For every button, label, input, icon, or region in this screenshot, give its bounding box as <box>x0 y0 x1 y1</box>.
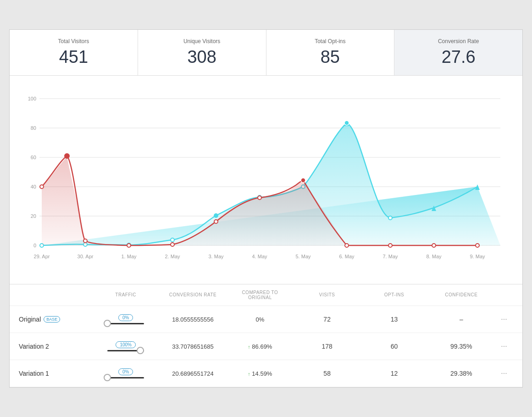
svg-text:3. May: 3. May <box>208 254 224 259</box>
svg-point-41 <box>214 220 218 223</box>
total-optins-card: Total Opt-ins 85 <box>266 30 395 75</box>
row-traffic-variation2: 100% <box>92 341 159 351</box>
svg-text:9. May: 9. May <box>470 254 485 259</box>
svg-text:1. May: 1. May <box>121 254 137 259</box>
slider-track-variation2[interactable] <box>107 350 144 351</box>
row-actions-variation1[interactable]: ··· <box>495 369 513 378</box>
th-name <box>19 290 92 300</box>
badge-base: BASE <box>44 316 60 322</box>
svg-text:60: 60 <box>31 155 36 160</box>
svg-text:80: 80 <box>31 125 36 131</box>
slider-track-variation1[interactable] <box>107 377 144 378</box>
svg-point-28 <box>214 214 218 217</box>
total-visitors-label: Total Visitors <box>19 38 128 44</box>
th-compared: COMPARED TOORIGINAL <box>227 290 294 300</box>
table-headers: TRAFFIC CONVERSION RATE COMPARED TOORIGI… <box>10 284 522 306</box>
svg-point-27 <box>171 238 174 242</box>
row-label-variation2: Variation 2 <box>19 343 49 350</box>
svg-text:8. May: 8. May <box>426 254 442 259</box>
row-optins-variation2: 60 <box>360 343 427 350</box>
total-optins-label: Total Opt-ins <box>276 38 385 44</box>
th-traffic: TRAFFIC <box>92 290 159 300</box>
th-confidence: CONFIDENCE <box>428 290 495 300</box>
row-conversion-variation1: 20.6896551724 <box>159 370 226 377</box>
row-visits-variation2: 178 <box>294 343 360 350</box>
row-name-original: Original BASE <box>19 316 92 323</box>
th-conversion-rate: CONVERSION RATE <box>159 290 226 300</box>
row-traffic-variation1: 0% <box>92 368 159 378</box>
row-traffic-original: 0% <box>92 314 159 324</box>
row-actions-variation2[interactable]: ··· <box>495 342 513 350</box>
row-optins-variation1: 12 <box>360 370 427 377</box>
row-label-variation1: Variation 1 <box>19 370 49 377</box>
total-visitors-value: 451 <box>19 47 128 67</box>
svg-text:29. Apr: 29. Apr <box>34 254 50 259</box>
conversion-rate-label: Conversion Rate <box>404 38 513 44</box>
svg-point-42 <box>258 196 261 200</box>
unique-visitors-card: Unique Visitors 308 <box>138 30 266 75</box>
svg-text:30. Apr: 30. Apr <box>78 254 94 259</box>
svg-text:5. May: 5. May <box>295 254 311 259</box>
row-compared-original: 0% <box>227 316 294 323</box>
traffic-pct-variation2: 100% <box>116 341 136 348</box>
conversion-rate-card: Conversion Rate 27.6 <box>394 30 522 75</box>
row-confidence-original: – <box>428 316 495 323</box>
svg-point-47 <box>476 244 479 247</box>
svg-point-36 <box>40 185 44 189</box>
slider-thumb-variation2[interactable] <box>137 347 144 354</box>
table-row: Variation 1 0% 20.6896551724 ↑ 14.59% 58… <box>10 360 522 387</box>
svg-point-44 <box>345 244 349 247</box>
svg-point-37 <box>65 154 69 158</box>
total-optins-value: 85 <box>276 47 385 67</box>
conversion-rate-value: 27.6 <box>404 47 513 67</box>
dashboard: Total Visitors 451 Unique Visitors 308 T… <box>9 29 523 388</box>
svg-point-46 <box>432 244 436 247</box>
row-conversion-original: 18.0555555556 <box>159 316 226 323</box>
row-confidence-variation2: 99.35% <box>428 343 495 350</box>
th-actions <box>495 290 513 300</box>
slider-thumb-variation1[interactable] <box>104 374 111 381</box>
svg-text:100: 100 <box>28 96 36 101</box>
arrow-up-icon: ↑ <box>248 371 250 377</box>
svg-text:0: 0 <box>33 243 36 248</box>
svg-point-33 <box>388 216 392 220</box>
arrow-up-icon: ↑ <box>248 344 250 350</box>
svg-text:6. May: 6. May <box>339 254 355 259</box>
svg-point-45 <box>388 244 392 247</box>
table-row: Variation 2 100% 33.7078651685 ↑ 86.69% … <box>10 333 522 360</box>
slider-thumb-original[interactable] <box>104 320 111 327</box>
row-conversion-variation2: 33.7078651685 <box>159 343 226 350</box>
svg-point-43 <box>301 178 305 183</box>
svg-text:2. May: 2. May <box>165 254 180 259</box>
row-label-original: Original <box>19 316 41 323</box>
row-confidence-variation1: 29.38% <box>428 370 495 377</box>
row-name-variation1: Variation 1 <box>19 370 92 377</box>
chart-area: Conversion Rate 100 80 60 40 20 0 29. Ap… <box>10 76 522 284</box>
row-visits-original: 72 <box>294 316 360 323</box>
svg-text:4. May: 4. May <box>252 254 267 259</box>
svg-text:20: 20 <box>31 213 36 219</box>
traffic-pct-variation1: 0% <box>118 368 133 375</box>
total-visitors-card: Total Visitors 451 <box>10 30 138 75</box>
row-compared-variation1: ↑ 14.59% <box>227 370 294 377</box>
stats-row: Total Visitors 451 Unique Visitors 308 T… <box>10 30 522 76</box>
th-optins: OPT-INS <box>360 290 427 300</box>
unique-visitors-value: 308 <box>147 47 257 67</box>
svg-text:40: 40 <box>31 184 36 189</box>
th-visits: VISITS <box>294 290 360 300</box>
row-actions-original[interactable]: ··· <box>495 315 513 323</box>
traffic-pct-original: 0% <box>118 314 133 321</box>
svg-point-40 <box>171 243 174 246</box>
svg-text:7. May: 7. May <box>382 254 398 259</box>
svg-point-32 <box>344 121 349 125</box>
row-name-variation2: Variation 2 <box>19 343 92 350</box>
row-optins-original: 13 <box>360 316 427 323</box>
row-compared-variation2: ↑ 86.69% <box>227 343 294 350</box>
slider-track-original[interactable] <box>107 323 144 324</box>
table-row: Original BASE 0% 18.0555555556 0% 72 13 … <box>10 306 522 333</box>
row-visits-variation1: 58 <box>294 370 360 377</box>
unique-visitors-label: Unique Visitors <box>147 38 257 44</box>
svg-point-38 <box>83 239 87 243</box>
svg-point-39 <box>127 244 131 247</box>
